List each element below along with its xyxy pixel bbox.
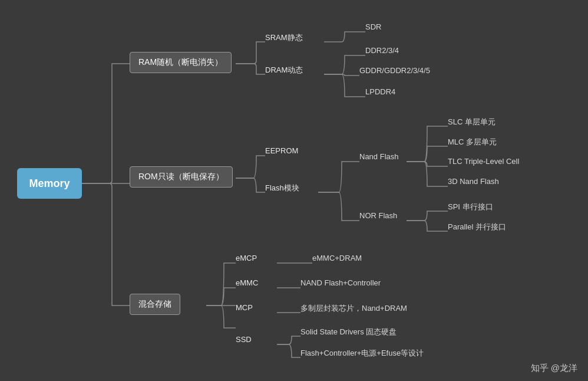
l4-parallel: Parallel 并行接口 [448, 222, 506, 232]
l2-flash: Flash模块 [265, 183, 299, 193]
l3-gddr-label: GDDR/GDDR2/3/4/5 [359, 66, 430, 75]
l3-mcp-val-label: 多制层封装芯片，Nand+DRAM [300, 303, 407, 314]
l1-ram-label: RAM随机（断电消失） [138, 57, 223, 68]
l2-dram-label: DRAM动态 [265, 65, 303, 75]
l4-spi: SPI 串行接口 [448, 202, 493, 212]
l3-lpddr4-label: LPDDR4 [365, 87, 395, 96]
l4-mlc-label: MLC 多层单元 [448, 137, 497, 147]
l2-sram-label: SRAM静态 [265, 32, 303, 43]
l3-nor: NOR Flash [359, 211, 397, 220]
l3-ssd-val2: Flash+Controller+电源+Efuse等设计 [300, 348, 424, 359]
l4-mlc: MLC 多层单元 [448, 137, 497, 147]
l2-emmc: eMMC [236, 278, 258, 287]
root-node: Memory [17, 168, 82, 199]
l3-ddr234-label: DDR2/3/4 [365, 46, 399, 55]
l3-nand-label: Nand Flash [359, 152, 398, 161]
l1-mix-label: 混合存储 [138, 299, 171, 310]
l4-tlc: TLC Triple-Level Cell [448, 157, 519, 166]
l3-nand: Nand Flash [359, 152, 398, 161]
l1-rom-label: ROM只读（断电保存） [138, 172, 224, 182]
mindmap-canvas: Memory RAM随机（断电消失） ROM只读（断电保存） 混合存储 SRAM… [0, 0, 588, 381]
l1-ram: RAM随机（断电消失） [130, 52, 232, 73]
l1-mix: 混合存储 [130, 294, 180, 315]
l1-rom: ROM只读（断电保存） [130, 166, 233, 188]
watermark-text: 知乎 @龙洋 [531, 363, 577, 373]
l4-spi-label: SPI 串行接口 [448, 202, 493, 212]
l2-mcp: MCP [236, 303, 253, 312]
l3-ssd-val1: Solid State Drivers 固态硬盘 [300, 327, 397, 337]
l2-ssd-label: SSD [236, 335, 252, 344]
l2-dram: DRAM动态 [265, 65, 303, 75]
l3-emcp-val: eMMC+DRAM [312, 254, 362, 262]
l4-slc: SLC 单层单元 [448, 117, 495, 127]
watermark: 知乎 @龙洋 [531, 363, 577, 374]
l3-sdr-label: SDR [365, 22, 381, 31]
l3-nor-label: NOR Flash [359, 211, 397, 220]
l2-eeprom: EEPROM [265, 146, 298, 155]
l2-emcp-label: eMCP [236, 254, 257, 262]
l3-emmc-val: NAND Flash+Controller [300, 278, 381, 287]
l2-emmc-label: eMMC [236, 278, 258, 287]
l3-ssd-val1-label: Solid State Drivers 固态硬盘 [300, 327, 397, 337]
l3-gddr: GDDR/GDDR2/3/4/5 [359, 66, 430, 75]
l3-sdr: SDR [365, 22, 381, 31]
l4-parallel-label: Parallel 并行接口 [448, 222, 506, 232]
l4-3d-nand: 3D Nand Flash [448, 177, 499, 186]
l4-3d-nand-label: 3D Nand Flash [448, 177, 499, 186]
l2-eeprom-label: EEPROM [265, 146, 298, 155]
l3-lpddr4: LPDDR4 [365, 87, 395, 96]
l2-flash-label: Flash模块 [265, 183, 299, 193]
l3-ddr234: DDR2/3/4 [365, 46, 399, 55]
l4-tlc-label: TLC Triple-Level Cell [448, 157, 519, 166]
l2-ssd: SSD [236, 335, 252, 344]
root-label: Memory [29, 178, 70, 190]
l2-emcp: eMCP [236, 254, 257, 262]
l3-ssd-val2-label: Flash+Controller+电源+Efuse等设计 [300, 348, 424, 359]
l2-sram: SRAM静态 [265, 32, 303, 43]
l3-emmc-val-label: NAND Flash+Controller [300, 278, 381, 287]
l4-slc-label: SLC 单层单元 [448, 117, 495, 127]
l2-mcp-label: MCP [236, 303, 253, 312]
l3-emcp-val-label: eMMC+DRAM [312, 254, 362, 262]
l3-mcp-val: 多制层封装芯片，Nand+DRAM [300, 303, 407, 314]
